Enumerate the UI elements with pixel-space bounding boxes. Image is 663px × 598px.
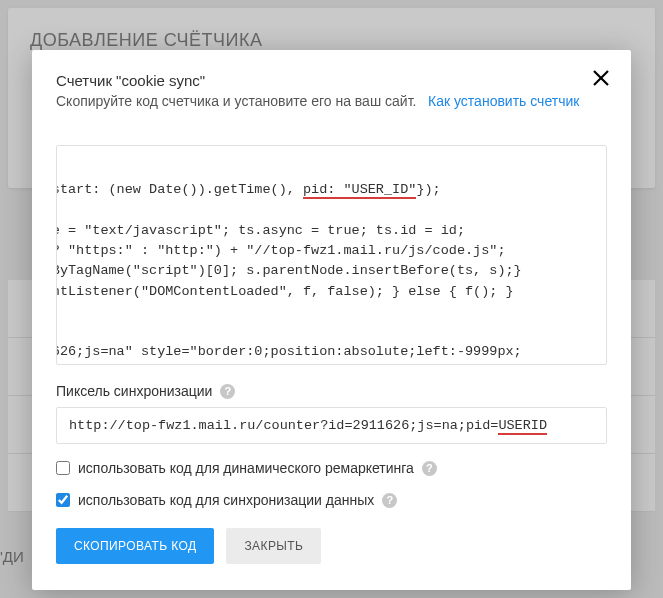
copy-code-button[interactable]: СКОПИРОВАТЬ КОД	[56, 528, 214, 564]
help-icon[interactable]: ?	[382, 493, 397, 508]
pixel-label: Пиксель синхронизации	[56, 383, 212, 399]
highlight-pid: pid: "USER_ID"	[303, 182, 416, 199]
close-button[interactable]	[591, 68, 611, 88]
pixel-label-row: Пиксель синхронизации ?	[56, 383, 607, 399]
remarketing-checkbox-row[interactable]: использовать код для динамического ремар…	[56, 460, 607, 476]
help-icon[interactable]: ?	[220, 384, 235, 399]
highlight-userid: USERID	[498, 418, 547, 435]
help-icon[interactable]: ?	[422, 461, 437, 476]
help-link[interactable]: Как установить счетчик	[428, 93, 579, 109]
code-textarea[interactable]: mr = []); eView", start: (new Date()).ge…	[56, 145, 607, 365]
counter-code-modal: Счетчик "cookie sync" Скопируйте код сче…	[32, 50, 631, 590]
code-content: mr = []); eView", start: (new Date()).ge…	[56, 160, 600, 363]
close-icon	[591, 68, 611, 88]
button-row: СКОПИРОВАТЬ КОД ЗАКРЫТЬ	[56, 528, 607, 564]
modal-title: Счетчик "cookie sync"	[56, 72, 607, 89]
pixel-value-prefix: http://top-fwz1.mail.ru/counter?id=29116…	[69, 418, 498, 433]
remarketing-label: использовать код для динамического ремар…	[78, 460, 414, 476]
sync-checkbox-row[interactable]: использовать код для синхронизации данны…	[56, 492, 607, 508]
close-modal-button[interactable]: ЗАКРЫТЬ	[226, 528, 321, 564]
pixel-input[interactable]: http://top-fwz1.mail.ru/counter?id=29116…	[56, 407, 607, 444]
remarketing-checkbox[interactable]	[56, 461, 70, 475]
sync-checkbox[interactable]	[56, 493, 70, 507]
modal-subtitle-text: Скопируйте код счетчика и установите его…	[56, 93, 416, 109]
modal-subtitle: Скопируйте код счетчика и установите его…	[56, 93, 607, 109]
sync-label: использовать код для синхронизации данны…	[78, 492, 374, 508]
